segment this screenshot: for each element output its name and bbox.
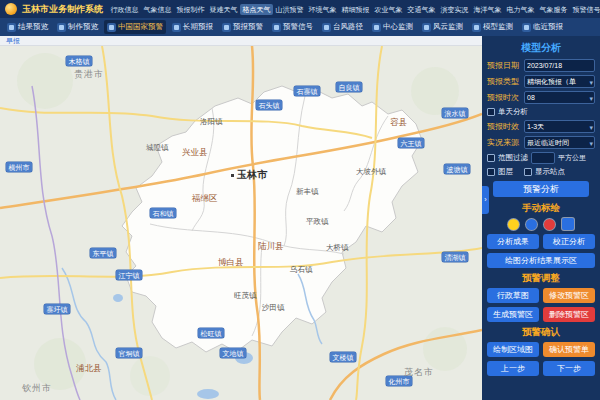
- range-filter-label: 范围过滤: [498, 153, 528, 163]
- topnav-item[interactable]: 气象服务: [537, 4, 570, 15]
- panel-collapse-handle[interactable]: ›: [482, 186, 489, 214]
- map-town-label: 新丰镇: [296, 188, 319, 196]
- topnav-item[interactable]: 交通气象: [405, 4, 438, 15]
- subnav-tab-label: 预报预警: [233, 22, 263, 32]
- range-area-input[interactable]: [531, 152, 555, 164]
- map-town-tag: 自良镇: [336, 82, 362, 92]
- subnav-tab[interactable]: 临近预报: [519, 20, 566, 34]
- subnav-tab[interactable]: 长期预报: [169, 20, 216, 34]
- map-county-label: 福绵区: [192, 194, 218, 203]
- map-town-tag: 清湖镇: [442, 252, 468, 262]
- forecast-type-select[interactable]: 精细化预报（单天）: [524, 75, 595, 88]
- live-source-select[interactable]: 最近临近时间: [524, 136, 595, 149]
- map-town-tag: 文楼镇: [330, 352, 356, 362]
- topnav-item[interactable]: 环境气象: [306, 4, 339, 15]
- module-icon: [272, 23, 281, 32]
- draw-color-blue[interactable]: [526, 219, 537, 230]
- layer-label: 图层: [498, 167, 513, 177]
- map-county-label: 博白县: [218, 258, 244, 267]
- topnav-item[interactable]: 精细预报: [339, 4, 372, 15]
- topnav-item[interactable]: 电力气象: [504, 4, 537, 15]
- subnav-tab-label: 预警信号: [283, 22, 313, 32]
- correction-analysis-button[interactable]: 校正分析: [543, 234, 595, 249]
- warning-confirm-header: 预警确认: [487, 326, 595, 339]
- module-icon: [472, 23, 481, 32]
- map-town-tag: 松旺镇: [198, 328, 224, 338]
- module-icon: [322, 23, 331, 32]
- subnav-tab-label: 制作预览: [68, 22, 98, 32]
- topnav-item[interactable]: 农业气象: [372, 4, 405, 15]
- subnav-tab-active[interactable]: 中国国家预警: [104, 20, 166, 34]
- module-icon: [522, 23, 531, 32]
- map-town-tag: 江宁镇: [116, 270, 142, 280]
- range-unit-label: 平方公里: [558, 153, 586, 163]
- warning-adjust-header: 预警调整: [487, 272, 595, 285]
- module-icon: [372, 23, 381, 32]
- module-icon: [172, 23, 181, 32]
- single-day-checkbox[interactable]: [487, 108, 495, 116]
- subnav-tab-label: 临近预报: [533, 22, 563, 32]
- subnav-tab-label: 台风路径: [333, 22, 363, 32]
- generate-warning-button[interactable]: 生成预警区: [487, 307, 539, 322]
- forecast-period-select[interactable]: 1-3天: [524, 120, 595, 133]
- live-source-label: 实况来源: [487, 137, 521, 148]
- subnav-tab-label: 模型监测: [483, 22, 513, 32]
- subnav-tab[interactable]: 中心监测: [369, 20, 416, 34]
- analysis-result-button[interactable]: 分析成果: [487, 234, 539, 249]
- confirm-warning-button[interactable]: 确认预警单: [543, 342, 595, 357]
- map-canvas[interactable]: 木格镇 石头镇 石寨镇 自良镇 六王镇 浪水镇 波塘镇 横州市 石和镇 东平镇 …: [0, 46, 482, 400]
- forecast-type-label: 预报类型: [487, 76, 521, 87]
- map-county-label: 容县: [390, 118, 407, 127]
- forecast-date-input[interactable]: [524, 59, 595, 72]
- topnav-item[interactable]: 疑难天气: [207, 4, 240, 15]
- topnav-item[interactable]: 预警信号: [570, 4, 600, 15]
- main-city-label: 玉林市: [237, 170, 267, 180]
- subnav-tab[interactable]: 制作预览: [54, 20, 101, 34]
- panel-title: 模型分析: [487, 41, 595, 55]
- draw-color-yellow[interactable]: [508, 219, 519, 230]
- map-city-label: 贵港市: [74, 70, 104, 79]
- map-town-tag: 寨圩镇: [44, 304, 70, 314]
- subnav-tab[interactable]: 台风路径: [319, 20, 366, 34]
- subnav-tab[interactable]: 模型监测: [469, 20, 516, 34]
- subnav-tab[interactable]: 预报预警: [219, 20, 266, 34]
- draw-rect-tool[interactable]: [562, 218, 574, 230]
- sub-nav: 结果预览 制作预览 中国国家预警 长期预报 预报预警 预警信号 台风路径 中心监…: [0, 18, 600, 36]
- subnav-tab-label: 结果预览: [18, 22, 48, 32]
- map-main-city: 玉林市: [230, 170, 267, 180]
- delete-warning-button[interactable]: 删除预警区: [543, 307, 595, 322]
- forecast-time-label: 预报时次: [487, 92, 521, 103]
- map-graphics: [0, 46, 482, 400]
- layer-checkbox[interactable]: [487, 168, 495, 176]
- topnav-item[interactable]: 山洪预警: [273, 4, 306, 15]
- topnav-item[interactable]: 预报制作: [174, 4, 207, 15]
- admin-sketch-button[interactable]: 行政草图: [487, 288, 539, 303]
- subnav-tab[interactable]: 风云监测: [419, 20, 466, 34]
- subnav-tab[interactable]: 预警信号: [269, 20, 316, 34]
- daily-report-link[interactable]: 早报: [6, 36, 20, 46]
- forecast-time-select[interactable]: 08: [524, 91, 595, 104]
- map-town-label: 大坡外镇: [356, 168, 386, 176]
- next-step-button[interactable]: 下一步: [543, 361, 595, 376]
- breadcrumb-strip: 早报: [0, 36, 482, 46]
- forecast-date-label: 预报日期: [487, 60, 521, 71]
- draw-result-panel-button[interactable]: 绘图分析结果展示区: [487, 253, 595, 268]
- show-station-checkbox[interactable]: [524, 168, 532, 176]
- draw-color-red[interactable]: [544, 219, 555, 230]
- topnav-item[interactable]: 演变实况: [438, 4, 471, 15]
- subnav-tab[interactable]: 结果预览: [4, 20, 51, 34]
- topnav-item[interactable]: 行政信息: [108, 4, 141, 15]
- topnav-item[interactable]: 气象信息: [141, 4, 174, 15]
- topnav-item-active[interactable]: 格点天气: [240, 4, 273, 15]
- modify-warning-button[interactable]: 修改预警区: [543, 288, 595, 303]
- map-county-label: 兴业县: [182, 148, 208, 157]
- warning-analyze-button[interactable]: 预警分析: [493, 181, 589, 197]
- draw-region-button[interactable]: 绘制区域图: [487, 342, 539, 357]
- topnav-item[interactable]: 海洋气象: [471, 4, 504, 15]
- map-town-label: 城隍镇: [146, 144, 169, 152]
- map-town-tag: 石头镇: [256, 100, 282, 110]
- single-day-label: 单天分析: [498, 107, 528, 117]
- range-filter-checkbox[interactable]: [487, 154, 495, 162]
- prev-step-button[interactable]: 上一步: [487, 361, 539, 376]
- map-city-label: 茂名市: [404, 368, 434, 377]
